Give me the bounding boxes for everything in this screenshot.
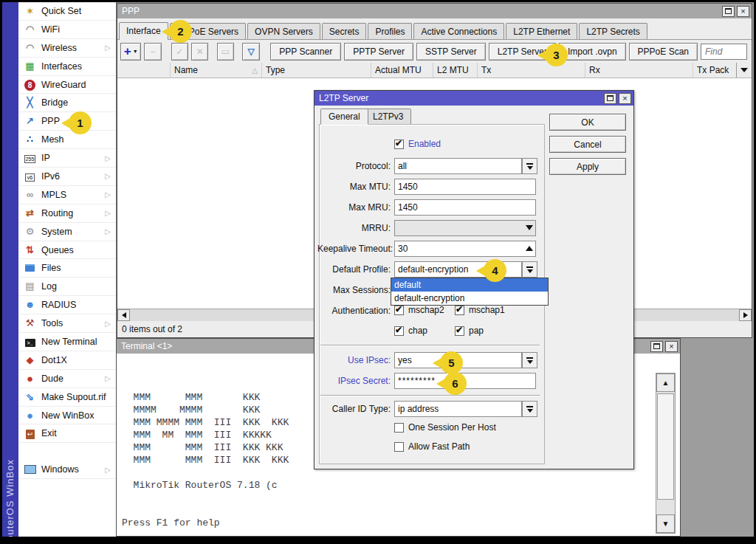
column-type[interactable]: Type [262, 63, 371, 78]
sidebar-item-queues[interactable]: Queues [18, 241, 116, 260]
scroll-down-button[interactable]: ▼ [656, 514, 675, 533]
enable-button[interactable]: ✓ [171, 43, 188, 61]
column-l2-mtu[interactable]: L2 MTU [433, 63, 478, 78]
scroll-right-button[interactable] [739, 309, 752, 321]
caller-id-type-input[interactable]: ip address [394, 401, 522, 417]
column-rx[interactable]: Rx [585, 63, 693, 78]
sidebar-item-wireless[interactable]: Wireless▷ [18, 39, 116, 58]
cancel-button[interactable]: Cancel [549, 136, 626, 153]
mschap1-checkbox[interactable] [455, 306, 464, 315]
keepalive-collapse-arrow[interactable] [526, 246, 533, 251]
allow-fast-path-checkbox[interactable] [394, 442, 404, 452]
sidebar-item-log[interactable]: Log [18, 278, 116, 296]
tab-l2tpv3[interactable]: L2TPv3 [365, 109, 411, 125]
column-tx-pack[interactable]: Tx Pack [693, 63, 732, 78]
enabled-checkbox[interactable] [394, 140, 404, 149]
ppp-window-titlebar[interactable]: PPP × [117, 4, 752, 18]
exit-icon [24, 427, 36, 439]
scroll-left-button[interactable] [117, 309, 130, 321]
import-ovpn-button[interactable]: Import .ovpn [559, 43, 626, 61]
close-button[interactable]: × [665, 341, 678, 352]
filter-button[interactable]: ▽ [242, 43, 259, 61]
maximize-button[interactable] [604, 93, 616, 104]
sidebar-item-windows[interactable]: Windows▷ [18, 461, 116, 479]
dropdown-option-default[interactable]: default [391, 278, 548, 292]
comment-button[interactable]: ▭ [217, 43, 234, 61]
l2tp-server-dialog: L2TP Server × General L2TPv3 Enabled Pro… [314, 90, 634, 469]
dropdown-icon [526, 266, 533, 268]
column-select-button[interactable] [736, 63, 752, 78]
column-actual-mtu[interactable]: Actual MTU [371, 63, 433, 78]
sidebar-item-dot1x[interactable]: Dot1X [18, 351, 116, 370]
mrru-input[interactable] [394, 220, 536, 236]
sidebar-item-mesh[interactable]: Mesh [18, 131, 116, 149]
ip-icon [24, 152, 36, 164]
sidebar-item-wireguard[interactable]: WireGuard [18, 76, 116, 94]
disable-button[interactable]: ✕ [191, 43, 208, 61]
column-blank[interactable] [117, 63, 171, 78]
close-button[interactable]: × [619, 93, 631, 104]
remove-button[interactable]: − [144, 43, 161, 61]
tab-ovpn-servers[interactable]: OVPN Servers [247, 23, 320, 39]
maximize-button[interactable] [650, 341, 663, 352]
sidebar-item-system[interactable]: System▷ [18, 223, 116, 241]
maximize-button[interactable] [722, 6, 735, 17]
sstp-server-button[interactable]: SSTP Server [416, 43, 486, 61]
close-button[interactable]: × [737, 6, 749, 17]
sidebar-item-radius[interactable]: RADIUS [18, 296, 116, 314]
default-profile-dropdown-button[interactable] [522, 261, 537, 278]
ppp-scanner-button[interactable]: PPP Scanner [270, 43, 341, 61]
scroll-up-button[interactable]: ▲ [656, 373, 675, 392]
sidebar-item-mpls[interactable]: MPLS▷ [18, 186, 116, 204]
one-session-per-host-checkbox[interactable] [394, 423, 404, 433]
sidebar-item-new-winbox[interactable]: New WinBox [18, 407, 116, 425]
tab-l2tp-ethernet[interactable]: L2TP Ethernet [506, 23, 577, 39]
sidebar-item-quick-set[interactable]: Quick Set [18, 2, 116, 21]
sidebar-item-wifi[interactable]: WiFi [18, 21, 116, 39]
apply-button[interactable]: Apply [549, 158, 626, 175]
plus-icon: + [124, 45, 131, 58]
scrollbar-thumb[interactable] [657, 393, 674, 500]
keepalive-input[interactable]: 30 [394, 241, 536, 257]
wifi-icon [24, 24, 36, 35]
column-tx[interactable]: Tx [478, 63, 585, 78]
sidebar-item-tools[interactable]: Tools▷ [18, 314, 116, 333]
check-icon: ✓ [176, 47, 183, 57]
pap-checkbox[interactable] [455, 326, 464, 336]
allow-fast-path-label: Allow Fast Path [408, 441, 470, 452]
max-mru-input[interactable]: 1450 [394, 199, 536, 216]
add-button[interactable]: +▼ [120, 43, 141, 61]
protocol-dropdown-button[interactable] [522, 158, 537, 174]
tab-profiles[interactable]: Profiles [368, 23, 412, 39]
protocol-input[interactable]: all [394, 158, 522, 174]
tab-general[interactable]: General [320, 109, 368, 125]
sidebar-item-bridge[interactable]: Bridge [18, 94, 116, 112]
sidebar-item-ipv6[interactable]: IPv6▷ [18, 168, 116, 186]
tab-active-connections[interactable]: Active Connections [413, 23, 504, 39]
max-mtu-input[interactable]: 1450 [394, 179, 536, 195]
mschap2-checkbox[interactable] [394, 306, 404, 315]
dropdown-option-default-encryption[interactable]: default-encryption [391, 292, 548, 305]
sidebar-item-routing[interactable]: Routing▷ [18, 204, 116, 223]
ok-button[interactable]: OK [549, 114, 626, 131]
tab-interface[interactable]: Interface [119, 22, 168, 40]
sidebar-item-interfaces[interactable]: Interfaces [18, 58, 116, 76]
find-input[interactable]: Find [701, 44, 747, 60]
caller-id-dropdown-button[interactable] [522, 401, 537, 417]
dialog-titlebar[interactable]: L2TP Server × [315, 91, 633, 106]
sidebar-item-files[interactable]: Files [18, 259, 116, 278]
sidebar-item-exit[interactable]: Exit [18, 424, 116, 443]
tab-secrets[interactable]: Secrets [322, 23, 367, 39]
sidebar-item-ip[interactable]: IP▷ [18, 149, 116, 168]
tab-l2tp-secrets[interactable]: L2TP Secrets [579, 23, 647, 39]
use-ipsec-dropdown-button[interactable] [522, 352, 537, 368]
mrru-expand-arrow[interactable] [526, 225, 533, 230]
chap-checkbox[interactable] [394, 326, 404, 336]
pppoe-scan-button[interactable]: PPPoE Scan [629, 43, 698, 61]
sidebar-item-new-terminal[interactable]: New Terminal [18, 333, 116, 351]
sidebar-item-dude[interactable]: Dude▷ [18, 370, 116, 388]
pptp-server-button[interactable]: PPTP Server [344, 43, 413, 61]
vertical-scrollbar[interactable]: ▲ ▼ [656, 373, 676, 534]
column-name[interactable]: Name△ [171, 63, 262, 78]
sidebar-item-make-supout[interactable]: Make Supout.rif [18, 388, 116, 407]
